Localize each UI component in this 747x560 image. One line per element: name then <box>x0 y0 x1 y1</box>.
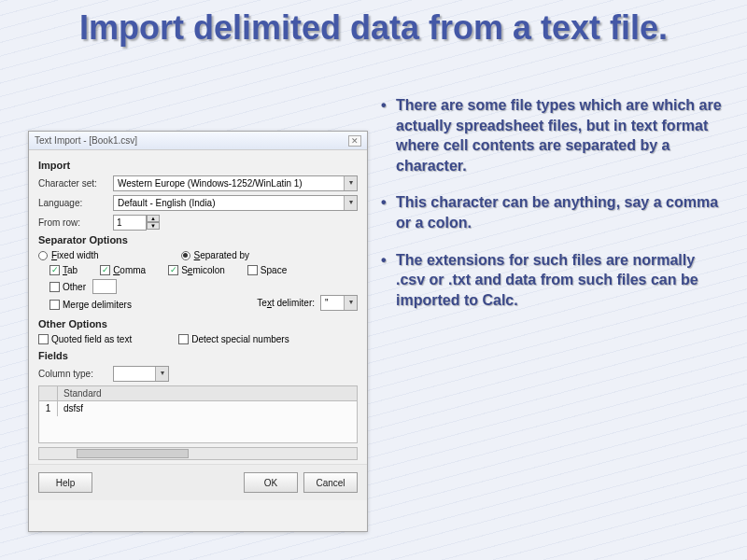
other-input[interactable] <box>92 279 117 294</box>
ok-button[interactable]: OK <box>244 472 298 493</box>
spin-up-icon[interactable]: ▲ <box>147 215 160 222</box>
preview-horizontal-scrollbar[interactable] <box>38 447 358 460</box>
space-checkbox[interactable]: Space <box>247 265 287 275</box>
import-heading: Import <box>38 160 358 171</box>
tab-label: Tab <box>63 265 78 275</box>
preview-cell: dsfsf <box>58 401 89 416</box>
bullet-2: This character can be anything, say a co… <box>381 192 726 232</box>
detect-special-checkbox[interactable]: Detect special numbers <box>178 334 289 344</box>
semicolon-label: Semicolon <box>181 265 225 275</box>
close-icon[interactable]: ✕ <box>348 135 361 147</box>
separator-heading: Separator Options <box>38 234 358 245</box>
charset-label: Character set: <box>38 178 113 189</box>
fromrow-label: From row: <box>38 217 113 228</box>
comma-checkbox[interactable]: ✓Comma <box>100 265 146 275</box>
language-dropdown[interactable]: Default - English (India) ▾ <box>113 195 358 211</box>
radio-icon <box>38 251 48 260</box>
help-button[interactable]: Help <box>38 472 92 493</box>
slide-title: Import delimited data from a text file. <box>0 0 747 47</box>
scrollbar-thumb[interactable] <box>77 449 189 458</box>
chevron-down-icon[interactable]: ▾ <box>155 367 168 381</box>
fromrow-input[interactable] <box>113 215 147 231</box>
quoted-field-checkbox[interactable]: Quoted field as text <box>38 334 132 344</box>
other-checkbox[interactable]: Other <box>49 279 117 294</box>
tab-checkbox[interactable]: ✓Tab <box>49 265 78 275</box>
text-delimiter-value: " <box>321 298 344 308</box>
quoted-label: Quoted field as text <box>51 334 132 344</box>
language-label: Language: <box>38 198 113 208</box>
text-delimiter-label: Text delimiter: <box>257 298 315 308</box>
other-label: Other <box>63 282 86 292</box>
space-label: Space <box>261 265 287 275</box>
separated-by-radio[interactable]: Separated by <box>181 250 250 260</box>
language-value: Default - English (India) <box>114 198 344 208</box>
column-type-dropdown[interactable]: ▾ <box>113 366 169 382</box>
charset-value: Western Europe (Windows-1252/WinLatin 1) <box>114 178 344 189</box>
fixed-width-radio[interactable]: Fixed width <box>38 250 99 260</box>
cancel-button[interactable]: Cancel <box>303 472 358 493</box>
preview-corner <box>39 386 58 400</box>
fromrow-spinner[interactable]: ▲ ▼ <box>113 215 160 231</box>
bullet-1: There are some file types which are whic… <box>381 95 726 175</box>
preview-col-header[interactable]: Standard <box>58 386 107 400</box>
text-import-dialog: Text Import - [Book1.csv] ✕ Import Chara… <box>28 131 368 532</box>
preview-row-num: 1 <box>39 401 58 416</box>
text-delimiter-dropdown[interactable]: " ▾ <box>320 295 358 311</box>
semicolon-checkbox[interactable]: ✓Semicolon <box>168 265 225 275</box>
column-type-label: Column type: <box>38 369 113 379</box>
preview-row: 1 dsfsf <box>39 401 357 416</box>
bullet-3: The extensions for such files are normal… <box>381 250 726 311</box>
merge-label: Merge delimiters <box>63 300 132 310</box>
comma-label: Comma <box>113 265 146 275</box>
chevron-down-icon[interactable]: ▾ <box>344 296 357 310</box>
chevron-down-icon[interactable]: ▾ <box>344 176 357 190</box>
bullet-list: There are some file types which are whic… <box>381 95 726 327</box>
spin-down-icon[interactable]: ▼ <box>147 222 160 230</box>
chevron-down-icon[interactable]: ▾ <box>344 196 357 210</box>
detect-label: Detect special numbers <box>191 334 289 344</box>
other-options-heading: Other Options <box>38 318 358 329</box>
radio-selected-icon <box>181 251 190 260</box>
fields-heading: Fields <box>38 350 358 361</box>
charset-dropdown[interactable]: Western Europe (Windows-1252/WinLatin 1)… <box>113 175 358 191</box>
dialog-title: Text Import - [Book1.csv] <box>35 135 137 146</box>
separated-by-label: Separated by <box>194 250 250 260</box>
fields-preview[interactable]: Standard 1 dsfsf <box>38 385 358 443</box>
dialog-titlebar[interactable]: Text Import - [Book1.csv] ✕ <box>29 132 367 150</box>
fixed-width-label: Fixed width <box>51 250 99 260</box>
